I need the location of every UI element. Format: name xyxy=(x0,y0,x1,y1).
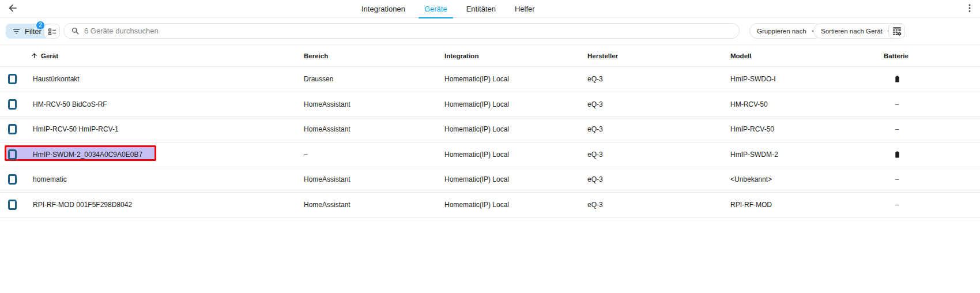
hersteller-cell: eQ-3 xyxy=(587,100,603,108)
column-header-label: Modell xyxy=(730,52,751,59)
device-table-body: HaustürkontaktDraussenHomematic(IP) Loca… xyxy=(0,67,980,217)
hersteller-cell: eQ-3 xyxy=(587,125,603,133)
column-header-batterie[interactable]: Batterie xyxy=(884,45,909,66)
bereich-cell: HomeAssistant xyxy=(304,201,350,209)
group-by-button[interactable]: Gruppieren nach xyxy=(749,23,822,39)
table-row[interactable]: HM-RCV-50 BidCoS-RFHomeAssistantHomemati… xyxy=(0,92,980,118)
table-row[interactable]: HaustürkontaktDraussenHomematic(IP) Loca… xyxy=(0,67,980,92)
tab-helfer[interactable]: Helfer xyxy=(509,0,541,18)
batterie-cell xyxy=(890,149,904,160)
device-name-cell: homematic xyxy=(33,175,67,183)
tab-entitaeten[interactable]: Entitäten xyxy=(461,0,502,18)
modell-cell: HmIP-RCV-50 xyxy=(730,125,774,133)
arrow-left-icon xyxy=(7,2,18,14)
table-row[interactable]: HmIP-SWDM-2_0034A0C9A0E0B7–Homematic(IP)… xyxy=(0,142,980,168)
back-button[interactable] xyxy=(5,0,21,16)
bereich-cell: HomeAssistant xyxy=(304,175,350,183)
device-name-cell: HmIP-RCV-50 HmIP-RCV-1 xyxy=(33,125,119,133)
sort-ascending-arrow-icon xyxy=(31,52,38,59)
row-checkbox[interactable] xyxy=(8,149,17,160)
batterie-cell: – xyxy=(890,100,904,108)
sort-by-button[interactable]: Sortieren nach Gerät xyxy=(813,23,898,39)
batterie-cell: – xyxy=(890,201,904,209)
batterie-cell xyxy=(890,74,904,85)
modell-cell: HM-RCV-50 xyxy=(730,100,768,108)
column-header-geraet[interactable]: Gerät xyxy=(31,45,58,66)
row-checkbox[interactable] xyxy=(8,99,17,110)
batterie-cell: – xyxy=(890,175,904,183)
batterie-cell: – xyxy=(890,125,904,133)
integration-cell: Homematic(IP) Local xyxy=(444,100,509,108)
bereich-cell: HomeAssistant xyxy=(304,100,350,108)
hersteller-cell: eQ-3 xyxy=(587,175,603,183)
column-header-bereich[interactable]: Bereich xyxy=(304,45,328,66)
row-checkbox[interactable] xyxy=(8,124,17,134)
integration-cell: Homematic(IP) Local xyxy=(444,151,509,159)
filter-button[interactable]: Filter 2 xyxy=(6,24,49,39)
integration-cell: Homematic(IP) Local xyxy=(444,201,509,209)
hersteller-cell: eQ-3 xyxy=(587,75,603,83)
device-name-cell: HmIP-SWDM-2_0034A0C9A0E0B7 xyxy=(33,151,142,159)
column-header-label: Hersteller xyxy=(587,52,618,59)
selection-mode-button[interactable] xyxy=(44,24,60,39)
column-header-hersteller[interactable]: Hersteller xyxy=(587,45,618,66)
modell-cell: <Unbekannt> xyxy=(730,175,772,183)
group-by-label: Gruppieren nach xyxy=(757,28,806,35)
top-nav: Integrationen Geräte Entitäten Helfer xyxy=(0,0,980,18)
filter-icon xyxy=(12,27,21,36)
integration-cell: Homematic(IP) Local xyxy=(444,75,509,83)
table-row[interactable]: HmIP-RCV-50 HmIP-RCV-1HomeAssistantHomem… xyxy=(0,117,980,142)
battery-full-icon xyxy=(894,149,901,160)
devices-page: Integrationen Geräte Entitäten Helfer Fi… xyxy=(0,0,980,293)
table-cog-icon xyxy=(892,26,902,36)
column-header-label: Integration xyxy=(444,52,478,59)
table-header-row: Gerät Bereich Integration Hersteller Mod… xyxy=(0,45,980,67)
row-checkbox[interactable] xyxy=(8,174,17,185)
list-checkbox-icon xyxy=(47,27,57,36)
row-checkbox[interactable] xyxy=(8,74,17,84)
row-checkbox[interactable] xyxy=(8,200,17,210)
integration-cell: Homematic(IP) Local xyxy=(444,175,509,183)
tab-integrationen[interactable]: Integrationen xyxy=(356,0,411,18)
overflow-menu-button[interactable] xyxy=(962,0,978,16)
table-settings-button[interactable] xyxy=(888,23,905,39)
device-name-cell: HM-RCV-50 BidCoS-RF xyxy=(33,100,107,108)
battery-full-icon xyxy=(894,74,901,85)
column-header-integration[interactable]: Integration xyxy=(444,45,478,66)
table-row[interactable]: homematicHomeAssistantHomematic(IP) Loca… xyxy=(0,167,980,193)
column-header-label: Batterie xyxy=(884,52,909,59)
sort-by-label: Sortieren nach Gerät xyxy=(821,28,883,35)
hersteller-cell: eQ-3 xyxy=(587,151,603,159)
integration-cell: Homematic(IP) Local xyxy=(444,125,509,133)
tab-geraete[interactable]: Geräte xyxy=(419,0,453,18)
bereich-cell: HomeAssistant xyxy=(304,125,350,133)
device-name-cell: Haustürkontakt xyxy=(33,75,80,83)
hersteller-cell: eQ-3 xyxy=(587,201,603,209)
column-header-label: Gerät xyxy=(41,52,58,59)
bereich-cell: – xyxy=(304,151,308,159)
table-row[interactable]: RPI-RF-MOD 001F5F298D8042HomeAssistantHo… xyxy=(0,193,980,218)
modell-cell: HmIP-SWDO-I xyxy=(730,75,776,83)
search-icon xyxy=(71,27,80,36)
modell-cell: RPI-RF-MOD xyxy=(730,201,772,209)
modell-cell: HmIP-SWDM-2 xyxy=(730,151,778,159)
column-header-label: Bereich xyxy=(304,52,328,59)
column-header-modell[interactable]: Modell xyxy=(730,45,751,66)
bereich-cell: Draussen xyxy=(304,75,333,83)
table-toolbar: Filter 2 Gruppieren nach Sortieren nach … xyxy=(0,18,980,45)
kebab-vertical-icon xyxy=(964,3,975,13)
device-name-cell: RPI-RF-MOD 001F5F298D8042 xyxy=(33,201,132,209)
search-input[interactable] xyxy=(84,27,732,35)
search-bar xyxy=(63,23,740,39)
tab-bar: Integrationen Geräte Entitäten Helfer xyxy=(356,0,541,18)
